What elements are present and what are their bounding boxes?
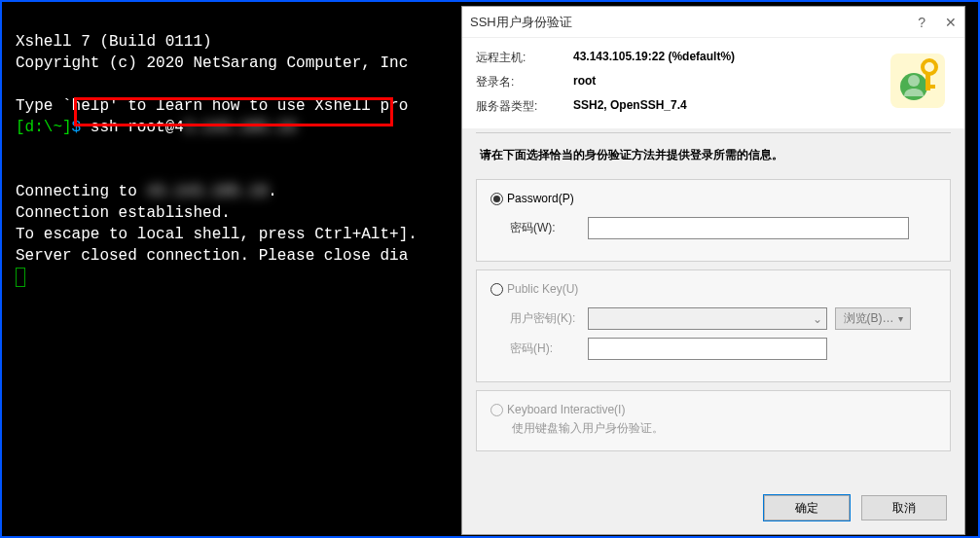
publickey-group: Public Key(U) 用户密钥(K): ⌄ 浏览(B)…▾ 密码(H): <box>476 269 951 382</box>
passphrase-input <box>588 338 827 360</box>
login-label: 登录名: <box>476 74 573 90</box>
ssh-auth-dialog: SSH用户身份验证 ? ✕ 远程主机: 43.143.105.19:22 (%d… <box>461 6 965 535</box>
remote-host-value: 43.143.105.19:22 (%default%) <box>573 50 735 66</box>
close-icon[interactable]: ✕ <box>945 15 957 30</box>
passphrase-label: 密码(H): <box>510 341 588 357</box>
terminal-line: Server closed connection. Please close d… <box>16 247 408 265</box>
dialog-footer: 确定 取消 <box>764 495 947 520</box>
password-input[interactable] <box>588 217 909 239</box>
terminal-line: To escape to local shell, press Ctrl+Alt… <box>16 226 417 243</box>
dialog-title: SSH用户身份验证 <box>470 14 572 31</box>
prompt-path: [d:\~] <box>16 119 72 136</box>
dialog-titlebar[interactable]: SSH用户身份验证 ? ✕ <box>462 7 964 38</box>
user-key-icon <box>890 54 945 108</box>
server-type-value: SSH2, OpenSSH_7.4 <box>573 98 687 115</box>
terminal-line: Connecting to <box>16 183 146 200</box>
terminal-output[interactable]: Xshell 7 (Build 0111) Copyright (c) 2020… <box>16 10 417 288</box>
remote-host-label: 远程主机: <box>476 50 573 66</box>
terminal-line: Copyright (c) 2020 NetSarang Computer, I… <box>16 54 408 72</box>
cancel-button[interactable]: 取消 <box>861 495 947 520</box>
svg-rect-5 <box>926 85 935 89</box>
password-field-label: 密码(W): <box>510 220 588 236</box>
ok-button[interactable]: 确定 <box>764 495 850 520</box>
terminal-line: Xshell 7 (Build 0111) <box>16 33 212 51</box>
password-radio[interactable] <box>490 193 503 205</box>
userkey-combo: ⌄ <box>588 307 827 330</box>
cursor-icon <box>16 268 25 287</box>
publickey-radio[interactable] <box>490 283 503 296</box>
help-icon[interactable]: ? <box>918 15 926 30</box>
browse-button: 浏览(B)…▾ <box>835 307 911 330</box>
chevron-down-icon: ▾ <box>898 313 903 324</box>
login-value: root <box>573 74 596 90</box>
host-blurred: 43.143.105.19 <box>146 181 268 202</box>
server-type-label: 服务器类型: <box>476 98 573 115</box>
keyboard-radio <box>490 404 503 416</box>
dialog-header: 远程主机: 43.143.105.19:22 (%default%) 登录名: … <box>462 38 964 128</box>
keyboard-group: Keyboard Interactive(I) 使用键盘输入用户身份验证。 <box>476 390 951 451</box>
keyboard-hint: 使用键盘输入用户身份验证。 <box>512 420 936 437</box>
instruction-text: 请在下面选择恰当的身份验证方法并提供登录所需的信息。 <box>462 133 964 173</box>
password-radio-label[interactable]: Password(P) <box>507 192 574 205</box>
publickey-radio-label[interactable]: Public Key(U) <box>507 282 578 296</box>
chevron-down-icon: ⌄ <box>813 312 822 326</box>
svg-point-2 <box>908 75 920 87</box>
terminal-line: Connection established. <box>16 204 231 222</box>
keyboard-radio-label: Keyboard Interactive(I) <box>507 403 625 416</box>
highlight-box-red <box>74 97 393 126</box>
password-group: Password(P) 密码(W): <box>476 179 951 262</box>
userkey-label: 用户密钥(K): <box>510 310 588 327</box>
